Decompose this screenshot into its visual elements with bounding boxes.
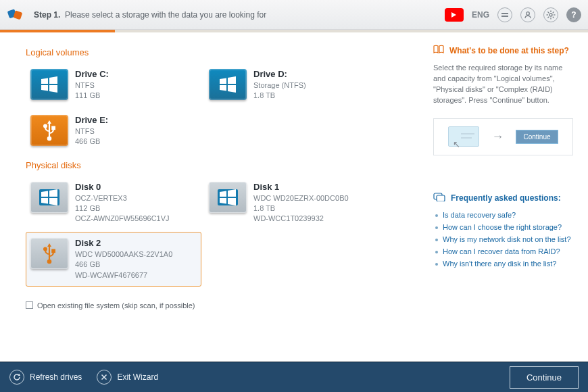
volume-size: 111 GB [75, 91, 109, 101]
svg-marker-20 [220, 85, 226, 91]
svg-marker-21 [228, 85, 236, 93]
svg-point-5 [549, 14, 552, 16]
svg-rect-26 [52, 126, 55, 129]
logical-volume-item[interactable]: Drive C: NTFS 111 GB [26, 63, 201, 107]
faq-item[interactable]: How can I recover data from RAID? [433, 245, 573, 258]
wizard-progress-bar [0, 30, 588, 32]
volume-icon [30, 115, 68, 146]
disk-serial: WD-WCC1T0239932 [253, 214, 349, 224]
volume-name: Drive D: [253, 69, 306, 79]
physical-disk-item[interactable]: Disk 2 WDC WD5000AAKS-22V1A0 466 GB WD-W… [26, 232, 201, 287]
disk-size: 1.8 TB [253, 203, 349, 214]
disk-size: 112 GB [75, 203, 170, 214]
logical-volume-item[interactable]: Drive D: Storage (NTFS) 1.8 TB [204, 63, 380, 107]
physical-disk-icon [30, 238, 68, 269]
refresh-drives-button[interactable]: Refresh drives [9, 370, 82, 385]
svg-marker-24 [47, 120, 51, 124]
volume-fs: Storage (NTFS) [253, 80, 306, 91]
svg-marker-16 [41, 85, 48, 91]
youtube-icon[interactable] [445, 8, 464, 22]
svg-marker-30 [49, 198, 57, 205]
wizard-footer: Refresh drives Exit Wizard Continue [0, 362, 588, 392]
hint-storage-icon: ↖ [448, 126, 479, 147]
faq-icon [433, 193, 445, 203]
volume-size: 466 GB [75, 137, 108, 147]
svg-marker-32 [228, 189, 236, 197]
help-sidebar: What's to be done at this step? Select t… [429, 32, 588, 362]
checkbox-icon[interactable] [26, 301, 33, 309]
svg-marker-19 [228, 76, 236, 84]
help-icon[interactable]: ? [566, 7, 581, 22]
top-bar: Step 1. Please select a storage with the… [0, 0, 588, 30]
disk-model: OCZ-VERTEX3 [75, 193, 170, 203]
svg-point-4 [526, 11, 530, 15]
faq-list: Is data recovery safe?How can I choose t… [433, 209, 573, 270]
section-logical-volumes: Logical volumes [26, 47, 424, 57]
svg-point-23 [48, 137, 51, 140]
volume-size: 1.8 TB [253, 91, 306, 101]
disk-name: Disk 0 [75, 182, 170, 192]
svg-line-11 [553, 16, 554, 18]
settings-gear-icon[interactable] [543, 7, 558, 22]
disk-serial: WD-WCAWF4676677 [75, 270, 172, 280]
volume-name: Drive E: [75, 115, 108, 125]
svg-marker-17 [49, 85, 57, 93]
disk-model: WDC WD5000AAKS-22V1A0 [75, 249, 172, 260]
help-heading: What's to be done at this step? [433, 45, 573, 56]
user-icon[interactable] [520, 7, 535, 22]
physical-disk-item[interactable]: Disk 1 WDC WD20EZRX-00DC0B0 1.8 TB WD-WC… [204, 176, 380, 230]
help-text: Select the required storage by its name … [433, 63, 573, 106]
svg-line-12 [553, 11, 554, 13]
svg-marker-37 [47, 243, 51, 247]
faq-item[interactable]: Why is my network disk not on the list? [433, 233, 573, 245]
svg-rect-41 [437, 195, 445, 201]
svg-point-36 [48, 260, 51, 263]
disk-size: 466 GB [75, 260, 172, 270]
svg-marker-33 [220, 198, 226, 204]
svg-marker-15 [49, 76, 57, 84]
faq-item[interactable]: Why isn't there any disk in the list? [433, 258, 573, 270]
checkbox-label: Open existing file system (skip scan, if… [37, 301, 195, 310]
close-icon [97, 370, 112, 385]
app-logo-icon [7, 6, 24, 24]
skip-scan-checkbox[interactable]: Open existing file system (skip scan, if… [26, 301, 424, 310]
svg-point-38 [44, 247, 47, 250]
disk-name: Disk 1 [253, 182, 349, 192]
disk-model: WDC WD20EZRX-00DC0B0 [253, 193, 349, 203]
svg-rect-3 [501, 16, 508, 17]
svg-marker-14 [41, 78, 48, 84]
step-instruction: Please select a storage with the data yo… [65, 10, 266, 20]
disk-name: Disk 2 [75, 238, 172, 248]
volume-icon [30, 69, 68, 100]
continue-button[interactable]: Continue [510, 366, 579, 389]
svg-line-13 [547, 16, 549, 18]
svg-line-10 [547, 11, 549, 13]
svg-point-25 [44, 124, 47, 127]
physical-disk-icon [209, 182, 247, 213]
faq-item[interactable]: How can I choose the right storage? [433, 221, 573, 233]
svg-marker-31 [220, 191, 226, 197]
help-illustration: ↖ → Continue [433, 118, 573, 155]
notifications-icon[interactable] [497, 7, 512, 22]
physical-disk-icon [30, 182, 68, 213]
physical-disk-item[interactable]: Disk 0 OCZ-VERTEX3 112 GB OCZ-AWNZ0FW556… [26, 176, 201, 230]
volume-icon [209, 69, 247, 100]
svg-marker-27 [41, 191, 48, 197]
hint-arrow-icon: → [491, 130, 504, 144]
svg-marker-18 [220, 78, 226, 84]
faq-heading: Frequently asked questions: [433, 193, 573, 203]
svg-rect-39 [52, 249, 55, 252]
language-selector[interactable]: ENG [472, 10, 489, 20]
section-physical-disks: Physical disks [26, 160, 424, 170]
logical-volume-item[interactable]: Drive E: NTFS 466 GB [26, 109, 201, 153]
svg-marker-28 [49, 189, 57, 197]
storage-list-panel: Logical volumes Drive C: NTFS 111 GB Dri… [0, 32, 429, 362]
disk-serial: OCZ-AWNZ0FW55696C1VJ [75, 214, 170, 224]
volume-name: Drive C: [75, 69, 109, 79]
volume-fs: NTFS [75, 126, 108, 137]
faq-item[interactable]: Is data recovery safe? [433, 209, 573, 221]
refresh-icon [9, 370, 24, 385]
step-number: Step 1. [34, 10, 60, 20]
exit-wizard-button[interactable]: Exit Wizard [97, 370, 158, 385]
hint-continue-button: Continue [516, 130, 558, 144]
